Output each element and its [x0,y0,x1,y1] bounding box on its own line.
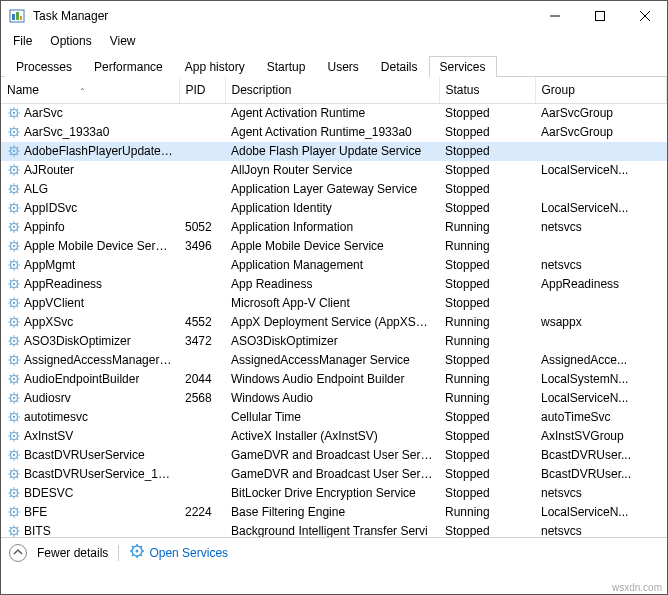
svg-line-216 [17,489,18,490]
svg-line-245 [141,555,143,557]
tab-details[interactable]: Details [370,56,429,77]
column-header-description[interactable]: Description [225,77,439,104]
service-name: AdobeFlashPlayerUpdateSvc [24,144,173,158]
service-pid [179,161,225,180]
tab-app-history[interactable]: App history [174,56,256,77]
close-button[interactable] [622,1,667,31]
service-status: Stopped [439,427,535,446]
svg-line-115 [17,306,18,307]
svg-line-215 [17,496,18,497]
table-row[interactable]: AarSvc Agent Activation Runtime Stopped … [1,104,667,123]
table-row[interactable]: AssignedAccessManagerSvc AssignedAccessM… [1,351,667,370]
service-description: ASO3DiskOptimizer [225,332,439,351]
table-row[interactable]: BITS Background Intelligent Transfer Ser… [1,522,667,538]
tab-users[interactable]: Users [316,56,369,77]
service-description: AppX Deployment Service (AppXSVC) [225,313,439,332]
service-status: Stopped [439,256,535,275]
table-row[interactable]: AJRouter AllJoyn Router Service Stopped … [1,161,667,180]
table-row[interactable]: AppVClient Microsoft App-V Client Stoppe… [1,294,667,313]
table-row[interactable]: ASO3DiskOptimizer 3472 ASO3DiskOptimizer… [1,332,667,351]
svg-line-207 [10,477,11,478]
menu-file[interactable]: File [5,32,40,50]
column-header-group[interactable]: Group [535,77,667,104]
service-pid [179,275,225,294]
svg-line-94 [10,261,11,262]
table-row[interactable]: ALG Application Layer Gateway Service St… [1,180,667,199]
svg-line-176 [17,413,18,414]
table-row[interactable]: Apple Mobile Device Service 3496 Apple M… [1,237,667,256]
tab-startup[interactable]: Startup [256,56,317,77]
svg-point-239 [136,550,139,553]
services-table-container[interactable]: Name⌃ PID Description Status Group AarSv… [1,77,667,537]
watermark: wsxdn.com [612,582,662,593]
table-row[interactable]: AudioEndpointBuilder 2044 Windows Audio … [1,370,667,389]
svg-line-104 [10,280,11,281]
maximize-button[interactable] [577,1,622,31]
svg-line-237 [10,534,11,535]
service-name: BDESVC [24,486,73,500]
svg-line-225 [17,515,18,516]
gear-icon [7,486,21,500]
service-description: Application Information [225,218,439,237]
svg-rect-2 [16,12,19,20]
svg-point-149 [13,378,15,380]
service-status: Running [439,370,535,389]
svg-line-44 [10,166,11,167]
svg-line-106 [17,280,18,281]
column-header-name[interactable]: Name⌃ [1,77,179,104]
column-header-pid[interactable]: PID [179,77,225,104]
gear-icon [7,125,21,139]
table-row[interactable]: AppIDSvc Application Identity Stopped Lo… [1,199,667,218]
table-row[interactable]: BcastDVRUserService GameDVR and Broadcas… [1,446,667,465]
service-group: LocalServiceN... [535,389,667,408]
fewer-details-label[interactable]: Fewer details [37,546,108,560]
svg-point-209 [13,492,15,494]
svg-point-169 [13,416,15,418]
table-row[interactable]: BcastDVRUserService_1933a0 GameDVR and B… [1,465,667,484]
service-name: Audiosrv [24,391,71,405]
table-row[interactable]: AppReadiness App Readiness Stopped AppRe… [1,275,667,294]
svg-point-159 [13,397,15,399]
open-services-link[interactable]: Open Services [129,543,228,562]
svg-line-206 [17,470,18,471]
gear-icon [7,220,21,234]
table-row[interactable]: AppMgmt Application Management Stopped n… [1,256,667,275]
service-pid [179,522,225,538]
service-status: Stopped [439,161,535,180]
table-row[interactable]: AdobeFlashPlayerUpdateSvc Adobe Flash Pl… [1,142,667,161]
service-status: Stopped [439,484,535,503]
menu-options[interactable]: Options [42,32,99,50]
table-row[interactable]: AarSvc_1933a0 Agent Activation Runtime_1… [1,123,667,142]
table-row[interactable]: Appinfo 5052 Application Information Run… [1,218,667,237]
svg-line-27 [10,135,11,136]
table-row[interactable]: BFE 2224 Base Filtering Engine Running L… [1,503,667,522]
tab-processes[interactable]: Processes [5,56,83,77]
column-header-status[interactable]: Status [439,77,535,104]
service-status: Stopped [439,199,535,218]
service-pid [179,446,225,465]
table-row[interactable]: Audiosrv 2568 Windows Audio Running Loca… [1,389,667,408]
minimize-button[interactable] [532,1,577,31]
table-row[interactable]: AxInstSV ActiveX Installer (AxInstSV) St… [1,427,667,446]
tab-performance[interactable]: Performance [83,56,174,77]
svg-point-129 [13,340,15,342]
svg-line-217 [10,496,11,497]
service-name: Appinfo [24,220,65,234]
service-description: ActiveX Installer (AxInstSV) [225,427,439,446]
service-group [535,142,667,161]
table-row[interactable]: BDESVC BitLocker Drive Encryption Servic… [1,484,667,503]
service-description: Windows Audio [225,389,439,408]
table-row[interactable]: AppXSvc 4552 AppX Deployment Service (Ap… [1,313,667,332]
menu-view[interactable]: View [102,32,144,50]
gear-icon [7,524,21,537]
svg-line-194 [10,451,11,452]
table-row[interactable]: autotimesvc Cellular Time Stopped autoTi… [1,408,667,427]
service-group [535,294,667,313]
tab-services[interactable]: Services [429,56,497,77]
svg-point-139 [13,359,15,361]
svg-line-105 [17,287,18,288]
svg-line-26 [17,128,18,129]
service-name: Apple Mobile Device Service [24,239,173,253]
fewer-details-toggle[interactable] [9,544,27,562]
svg-line-16 [17,109,18,110]
